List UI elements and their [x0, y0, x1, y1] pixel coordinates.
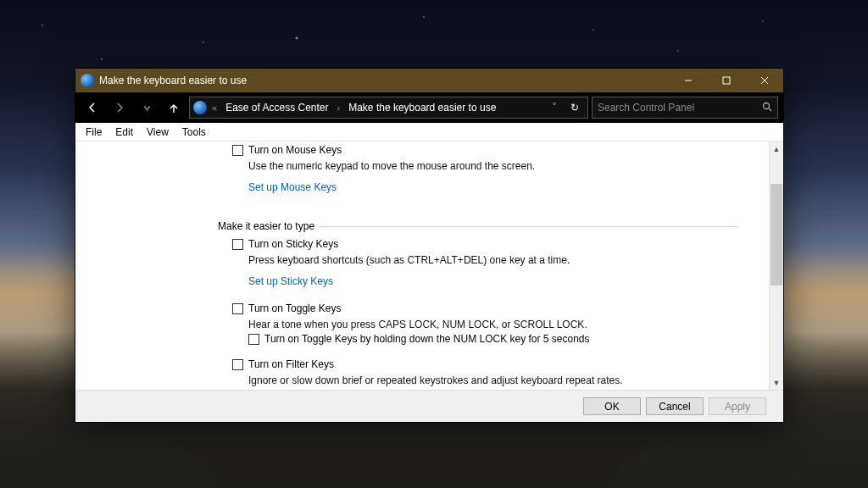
toggle-keys-label[interactable]: Turn on Toggle Keys	[248, 302, 341, 314]
window-title: Make the keyboard easier to use	[99, 75, 247, 86]
filter-keys-label[interactable]: Turn on Filter Keys	[248, 358, 334, 370]
address-bar[interactable]: « Ease of Access Center › Make the keybo…	[189, 97, 588, 119]
breadcrumb-overflow[interactable]: «	[210, 103, 219, 113]
menu-view[interactable]: View	[140, 126, 175, 138]
setup-sticky-keys-link[interactable]: Set up Sticky Keys	[248, 275, 333, 287]
back-button[interactable]	[81, 96, 104, 119]
address-dropdown[interactable]: ˅	[547, 102, 562, 114]
mouse-keys-label[interactable]: Turn on Mouse Keys	[248, 144, 342, 156]
toggle-keys-checkbox[interactable]	[232, 303, 243, 314]
maximize-button[interactable]	[707, 69, 745, 92]
svg-line-6	[769, 108, 771, 111]
ease-of-access-icon	[193, 101, 207, 114]
search-input[interactable]: Search Control Panel	[592, 97, 778, 119]
close-button[interactable]	[745, 69, 783, 92]
minimize-button[interactable]	[669, 69, 707, 92]
menu-bar: File Edit View Tools	[75, 123, 783, 141]
cancel-button[interactable]: Cancel	[646, 397, 704, 415]
menu-file[interactable]: File	[79, 126, 108, 138]
menu-tools[interactable]: Tools	[175, 126, 213, 138]
filter-keys-description: Ignore or slow down brief or repeated ke…	[248, 374, 737, 386]
make-easier-to-type-group: Make it easier to type Turn on Sticky Ke…	[216, 220, 737, 390]
search-placeholder: Search Control Panel	[598, 102, 694, 114]
chevron-right-icon: ›	[336, 103, 342, 113]
svg-rect-1	[723, 77, 730, 84]
navigation-bar: « Ease of Access Center › Make the keybo…	[75, 92, 783, 123]
search-icon[interactable]	[762, 102, 772, 114]
mouse-keys-checkbox[interactable]	[232, 145, 243, 156]
up-button[interactable]	[162, 96, 186, 119]
scroll-up-button[interactable]: ▲	[770, 141, 783, 156]
sticky-keys-label[interactable]: Turn on Sticky Keys	[248, 238, 338, 250]
toggle-keys-numlock-label[interactable]: Turn on Toggle Keys by holding down the …	[264, 333, 590, 345]
toggle-keys-description: Hear a tone when you press CAPS LOCK, NU…	[248, 319, 737, 330]
ok-button[interactable]: OK	[583, 397, 641, 415]
mouse-keys-description: Use the numeric keypad to move the mouse…	[248, 160, 737, 172]
scroll-down-button[interactable]: ▼	[770, 375, 783, 390]
sticky-keys-checkbox[interactable]	[232, 239, 243, 250]
group-legend: Make it easier to type	[216, 220, 320, 232]
refresh-button[interactable]: ↻	[565, 102, 584, 114]
content-area: Turn on Mouse Keys Use the numeric keypa…	[75, 141, 769, 390]
svg-point-5	[764, 103, 770, 108]
menu-edit[interactable]: Edit	[108, 126, 140, 138]
apply-button[interactable]: Apply	[709, 397, 766, 415]
ease-of-access-icon	[81, 74, 94, 87]
vertical-scrollbar[interactable]: ▲ ▼	[769, 141, 783, 390]
forward-button[interactable]	[108, 96, 131, 119]
breadcrumb-current[interactable]: Make the keyboard easier to use	[345, 102, 499, 114]
scrollbar-thumb[interactable]	[771, 184, 782, 286]
control-panel-window: Make the keyboard easier to use « Ease o…	[75, 68, 784, 423]
titlebar[interactable]: Make the keyboard easier to use	[75, 69, 783, 92]
dialog-footer: OK Cancel Apply	[75, 390, 783, 422]
filter-keys-checkbox[interactable]	[232, 359, 243, 370]
setup-mouse-keys-link[interactable]: Set up Mouse Keys	[248, 181, 337, 193]
recent-locations-button[interactable]	[135, 96, 159, 119]
breadcrumb-ease-of-access[interactable]: Ease of Access Center	[222, 102, 331, 114]
toggle-keys-numlock-checkbox[interactable]	[248, 334, 259, 345]
sticky-keys-description: Press keyboard shortcuts (such as CTRL+A…	[248, 254, 737, 266]
